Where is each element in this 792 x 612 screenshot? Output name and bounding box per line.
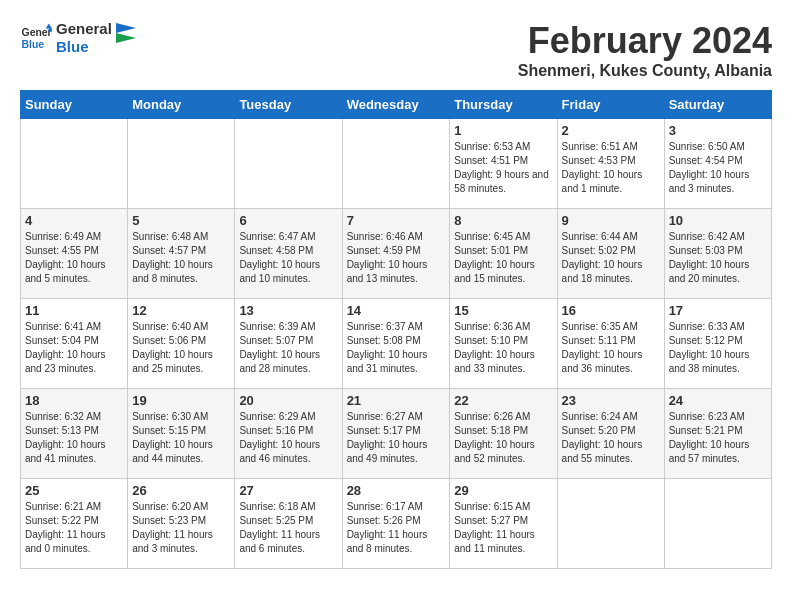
day-info: Sunrise: 6:46 AM Sunset: 4:59 PM Dayligh… (347, 230, 446, 286)
calendar-cell: 10Sunrise: 6:42 AM Sunset: 5:03 PM Dayli… (664, 209, 771, 299)
day-number: 25 (25, 483, 123, 498)
day-number: 14 (347, 303, 446, 318)
day-number: 13 (239, 303, 337, 318)
day-header-thursday: Thursday (450, 91, 557, 119)
week-row-2: 4Sunrise: 6:49 AM Sunset: 4:55 PM Daylig… (21, 209, 772, 299)
calendar-cell: 7Sunrise: 6:46 AM Sunset: 4:59 PM Daylig… (342, 209, 450, 299)
day-header-tuesday: Tuesday (235, 91, 342, 119)
day-header-friday: Friday (557, 91, 664, 119)
week-row-1: 1Sunrise: 6:53 AM Sunset: 4:51 PM Daylig… (21, 119, 772, 209)
day-info: Sunrise: 6:50 AM Sunset: 4:54 PM Dayligh… (669, 140, 767, 196)
calendar-cell (664, 479, 771, 569)
day-info: Sunrise: 6:30 AM Sunset: 5:15 PM Dayligh… (132, 410, 230, 466)
day-info: Sunrise: 6:24 AM Sunset: 5:20 PM Dayligh… (562, 410, 660, 466)
calendar-cell: 24Sunrise: 6:23 AM Sunset: 5:21 PM Dayli… (664, 389, 771, 479)
day-number: 18 (25, 393, 123, 408)
week-row-5: 25Sunrise: 6:21 AM Sunset: 5:22 PM Dayli… (21, 479, 772, 569)
svg-text:General: General (22, 27, 52, 38)
day-info: Sunrise: 6:37 AM Sunset: 5:08 PM Dayligh… (347, 320, 446, 376)
calendar-cell: 26Sunrise: 6:20 AM Sunset: 5:23 PM Dayli… (128, 479, 235, 569)
day-number: 19 (132, 393, 230, 408)
calendar-header-row: SundayMondayTuesdayWednesdayThursdayFrid… (21, 91, 772, 119)
day-number: 24 (669, 393, 767, 408)
day-number: 1 (454, 123, 552, 138)
calendar-cell: 8Sunrise: 6:45 AM Sunset: 5:01 PM Daylig… (450, 209, 557, 299)
calendar-cell: 12Sunrise: 6:40 AM Sunset: 5:06 PM Dayli… (128, 299, 235, 389)
calendar-table: SundayMondayTuesdayWednesdayThursdayFrid… (20, 90, 772, 569)
calendar-cell: 4Sunrise: 6:49 AM Sunset: 4:55 PM Daylig… (21, 209, 128, 299)
day-number: 20 (239, 393, 337, 408)
calendar-cell: 2Sunrise: 6:51 AM Sunset: 4:53 PM Daylig… (557, 119, 664, 209)
day-info: Sunrise: 6:29 AM Sunset: 5:16 PM Dayligh… (239, 410, 337, 466)
day-header-sunday: Sunday (21, 91, 128, 119)
day-number: 21 (347, 393, 446, 408)
day-info: Sunrise: 6:33 AM Sunset: 5:12 PM Dayligh… (669, 320, 767, 376)
day-number: 4 (25, 213, 123, 228)
calendar-cell (128, 119, 235, 209)
page-title: February 2024 (518, 20, 772, 62)
day-info: Sunrise: 6:53 AM Sunset: 4:51 PM Dayligh… (454, 140, 552, 196)
day-number: 17 (669, 303, 767, 318)
day-info: Sunrise: 6:49 AM Sunset: 4:55 PM Dayligh… (25, 230, 123, 286)
calendar-cell: 28Sunrise: 6:17 AM Sunset: 5:26 PM Dayli… (342, 479, 450, 569)
calendar-cell: 6Sunrise: 6:47 AM Sunset: 4:58 PM Daylig… (235, 209, 342, 299)
day-header-monday: Monday (128, 91, 235, 119)
calendar-cell: 14Sunrise: 6:37 AM Sunset: 5:08 PM Dayli… (342, 299, 450, 389)
header: General Blue General Blue February 2024 … (20, 20, 772, 80)
day-header-wednesday: Wednesday (342, 91, 450, 119)
calendar-cell: 17Sunrise: 6:33 AM Sunset: 5:12 PM Dayli… (664, 299, 771, 389)
calendar-cell: 15Sunrise: 6:36 AM Sunset: 5:10 PM Dayli… (450, 299, 557, 389)
day-number: 26 (132, 483, 230, 498)
calendar-cell: 25Sunrise: 6:21 AM Sunset: 5:22 PM Dayli… (21, 479, 128, 569)
day-number: 6 (239, 213, 337, 228)
day-info: Sunrise: 6:21 AM Sunset: 5:22 PM Dayligh… (25, 500, 123, 556)
day-number: 11 (25, 303, 123, 318)
day-info: Sunrise: 6:47 AM Sunset: 4:58 PM Dayligh… (239, 230, 337, 286)
calendar-cell: 11Sunrise: 6:41 AM Sunset: 5:04 PM Dayli… (21, 299, 128, 389)
calendar-cell: 27Sunrise: 6:18 AM Sunset: 5:25 PM Dayli… (235, 479, 342, 569)
calendar-cell: 22Sunrise: 6:26 AM Sunset: 5:18 PM Dayli… (450, 389, 557, 479)
day-number: 7 (347, 213, 446, 228)
day-info: Sunrise: 6:20 AM Sunset: 5:23 PM Dayligh… (132, 500, 230, 556)
day-info: Sunrise: 6:48 AM Sunset: 4:57 PM Dayligh… (132, 230, 230, 286)
day-info: Sunrise: 6:36 AM Sunset: 5:10 PM Dayligh… (454, 320, 552, 376)
day-number: 10 (669, 213, 767, 228)
calendar-cell: 9Sunrise: 6:44 AM Sunset: 5:02 PM Daylig… (557, 209, 664, 299)
week-row-4: 18Sunrise: 6:32 AM Sunset: 5:13 PM Dayli… (21, 389, 772, 479)
day-number: 15 (454, 303, 552, 318)
day-number: 28 (347, 483, 446, 498)
calendar-cell: 13Sunrise: 6:39 AM Sunset: 5:07 PM Dayli… (235, 299, 342, 389)
calendar-cell (342, 119, 450, 209)
calendar-cell: 21Sunrise: 6:27 AM Sunset: 5:17 PM Dayli… (342, 389, 450, 479)
day-info: Sunrise: 6:44 AM Sunset: 5:02 PM Dayligh… (562, 230, 660, 286)
day-info: Sunrise: 6:26 AM Sunset: 5:18 PM Dayligh… (454, 410, 552, 466)
day-info: Sunrise: 6:51 AM Sunset: 4:53 PM Dayligh… (562, 140, 660, 196)
page-subtitle: Shenmeri, Kukes County, Albania (518, 62, 772, 80)
day-number: 3 (669, 123, 767, 138)
day-number: 16 (562, 303, 660, 318)
calendar-cell: 18Sunrise: 6:32 AM Sunset: 5:13 PM Dayli… (21, 389, 128, 479)
day-number: 22 (454, 393, 552, 408)
day-number: 27 (239, 483, 337, 498)
calendar-cell: 1Sunrise: 6:53 AM Sunset: 4:51 PM Daylig… (450, 119, 557, 209)
day-info: Sunrise: 6:23 AM Sunset: 5:21 PM Dayligh… (669, 410, 767, 466)
svg-marker-2 (46, 24, 52, 29)
calendar-cell (21, 119, 128, 209)
day-info: Sunrise: 6:18 AM Sunset: 5:25 PM Dayligh… (239, 500, 337, 556)
day-number: 9 (562, 213, 660, 228)
day-info: Sunrise: 6:32 AM Sunset: 5:13 PM Dayligh… (25, 410, 123, 466)
calendar-cell: 20Sunrise: 6:29 AM Sunset: 5:16 PM Dayli… (235, 389, 342, 479)
day-number: 12 (132, 303, 230, 318)
svg-marker-5 (116, 33, 136, 43)
svg-marker-4 (116, 23, 136, 33)
day-number: 5 (132, 213, 230, 228)
title-area: February 2024 Shenmeri, Kukes County, Al… (518, 20, 772, 80)
calendar-cell (557, 479, 664, 569)
logo-icon: General Blue (20, 22, 52, 54)
day-number: 2 (562, 123, 660, 138)
logo-flag-icon (116, 23, 136, 53)
calendar-body: 1Sunrise: 6:53 AM Sunset: 4:51 PM Daylig… (21, 119, 772, 569)
day-info: Sunrise: 6:27 AM Sunset: 5:17 PM Dayligh… (347, 410, 446, 466)
day-info: Sunrise: 6:35 AM Sunset: 5:11 PM Dayligh… (562, 320, 660, 376)
day-info: Sunrise: 6:42 AM Sunset: 5:03 PM Dayligh… (669, 230, 767, 286)
